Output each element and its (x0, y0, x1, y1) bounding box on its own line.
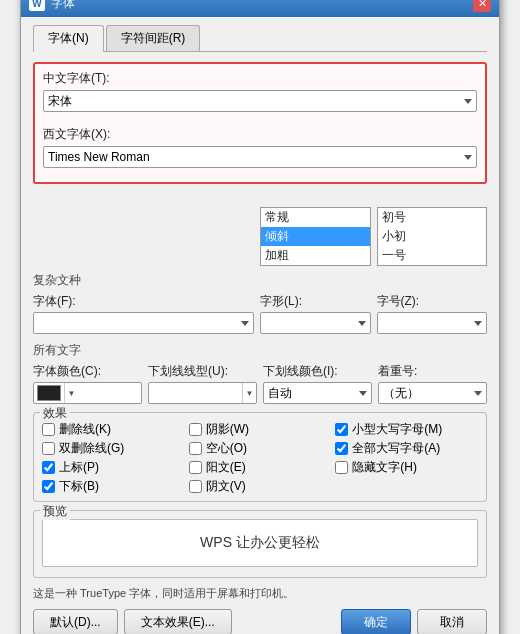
font-style-col: 复杂文种 常规 倾斜 加粗 (260, 188, 371, 266)
small-caps-label: 小型大写字母(M) (352, 421, 442, 438)
effect-engrave: 阴文(V) (189, 478, 332, 495)
effect-strikethrough: 删除线(K) (42, 421, 185, 438)
emphasis-label: 着重号: (378, 363, 487, 380)
double-strikethrough-label: 双删除线(G) (59, 440, 124, 457)
complex-size-col: 字号(Z): (377, 293, 488, 334)
chinese-font-select[interactable]: 宋体 (43, 90, 477, 112)
all-text-label: 所有文字 (33, 342, 487, 359)
hidden-label: 隐藏文字(H) (352, 459, 417, 476)
hollow-checkbox[interactable] (189, 442, 202, 455)
ok-button[interactable]: 确定 (341, 609, 411, 634)
font-style-listbox[interactable]: 常规 倾斜 加粗 (260, 207, 371, 266)
chinese-font-section: 中文字体(T): 宋体 (43, 70, 477, 112)
font-dialog: W 字体 ✕ 字体(N) 字符间距(R) 中文字体(T): 宋体 西文字体(X)… (20, 0, 500, 634)
all-caps-checkbox[interactable] (335, 442, 348, 455)
complex-font-col: 字体(F): (33, 293, 254, 334)
effects-title: 效果 (40, 405, 70, 422)
western-font-select[interactable]: Times New Roman (43, 146, 477, 168)
size-item-yi[interactable]: 一号 (378, 246, 487, 265)
effects-section: 效果 删除线(K) 阴影(W) 小型大写字母(M) 双删除线(G) (33, 412, 487, 502)
complex-script-label: 复杂文种 (33, 272, 487, 289)
complex-style-select[interactable] (260, 312, 371, 334)
complex-size-label: 字号(Z): (377, 293, 488, 310)
close-button[interactable]: ✕ (473, 0, 491, 12)
complex-size-select[interactable] (377, 312, 488, 334)
font-size-col: 字号(S): 初号 小初 一号 (377, 188, 488, 266)
preview-text: WPS 让办公更轻松 (200, 534, 320, 552)
style-item-normal[interactable]: 常规 (261, 208, 370, 227)
complex-font-label: 字体(F): (33, 293, 254, 310)
all-text-row: 字体颜色(C): ▼ 下划线线型(U): ▼ 下划线颜色(I): (33, 363, 487, 404)
effect-double-strikethrough: 双删除线(G) (42, 440, 185, 457)
superscript-label: 上标(P) (59, 459, 99, 476)
font-color-swatch (37, 385, 61, 401)
small-caps-checkbox[interactable] (335, 423, 348, 436)
font-style-size-row: 复杂文种 常规 倾斜 加粗 字号(S): 初号 小初 一号 (33, 188, 487, 266)
preview-box: WPS 让办公更轻松 (42, 519, 478, 567)
font-color-label: 字体颜色(C): (33, 363, 142, 380)
western-font-section: 西文字体(X): Times New Roman (43, 126, 477, 168)
hint-text: 这是一种 TrueType 字体，同时适用于屏幕和打印机。 (33, 586, 487, 601)
double-strikethrough-checkbox[interactable] (42, 442, 55, 455)
font-name-col (33, 188, 254, 266)
underline-type-dropdown[interactable]: ▼ (148, 382, 257, 404)
underline-color-select[interactable]: 自动 (263, 382, 372, 404)
preview-section: 预览 WPS 让办公更轻松 (33, 510, 487, 578)
cancel-button[interactable]: 取消 (417, 609, 487, 634)
chinese-font-label: 中文字体(T): (43, 70, 477, 87)
font-highlighted-section: 中文字体(T): 宋体 西文字体(X): Times New Roman (33, 62, 487, 184)
hollow-label: 空心(O) (206, 440, 247, 457)
subscript-label: 下标(B) (59, 478, 99, 495)
emboss-checkbox[interactable] (189, 461, 202, 474)
all-caps-label: 全部大写字母(A) (352, 440, 440, 457)
dialog-body: 字体(N) 字符间距(R) 中文字体(T): 宋体 西文字体(X): Times… (21, 17, 499, 634)
engrave-label: 阴文(V) (206, 478, 246, 495)
western-font-label: 西文字体(X): (43, 126, 477, 143)
underline-color-col: 下划线颜色(I): 自动 (263, 363, 372, 404)
title-bar-left: W 字体 (29, 0, 75, 12)
style-item-italic[interactable]: 倾斜 (261, 227, 370, 246)
font-size-listbox[interactable]: 初号 小初 一号 (377, 207, 488, 266)
dialog-title: 字体 (51, 0, 75, 12)
hidden-checkbox[interactable] (335, 461, 348, 474)
title-bar: W 字体 ✕ (21, 0, 499, 17)
underline-type-label: 下划线线型(U): (148, 363, 257, 380)
default-button[interactable]: 默认(D)... (33, 609, 118, 634)
font-color-arrow: ▼ (64, 383, 78, 403)
effect-shadow: 阴影(W) (189, 421, 332, 438)
effects-grid: 删除线(K) 阴影(W) 小型大写字母(M) 双删除线(G) 空心(O) (42, 421, 478, 495)
all-text-section: 所有文字 字体颜色(C): ▼ 下划线线型(U): ▼ (33, 342, 487, 404)
effect-emboss: 阳文(E) (189, 459, 332, 476)
left-buttons: 默认(D)... 文本效果(E)... (33, 609, 232, 634)
preview-title: 预览 (40, 503, 70, 520)
font-color-col: 字体颜色(C): ▼ (33, 363, 142, 404)
effect-all-caps: 全部大写字母(A) (335, 440, 478, 457)
effect-hollow: 空心(O) (189, 440, 332, 457)
effect-subscript: 下标(B) (42, 478, 185, 495)
effect-hidden: 隐藏文字(H) (335, 459, 478, 476)
engrave-checkbox[interactable] (189, 480, 202, 493)
style-item-bold[interactable]: 加粗 (261, 246, 370, 265)
emphasis-col: 着重号: （无） (378, 363, 487, 404)
tab-spacing[interactable]: 字符间距(R) (106, 25, 201, 51)
superscript-checkbox[interactable] (42, 461, 55, 474)
underline-color-label: 下划线颜色(I): (263, 363, 372, 380)
emboss-label: 阳文(E) (206, 459, 246, 476)
app-icon: W (29, 0, 45, 11)
tab-font[interactable]: 字体(N) (33, 25, 104, 52)
strikethrough-checkbox[interactable] (42, 423, 55, 436)
emphasis-select[interactable]: （无） (378, 382, 487, 404)
tab-bar: 字体(N) 字符间距(R) (33, 25, 487, 52)
complex-style-col: 字形(L): (260, 293, 371, 334)
bottom-buttons: 默认(D)... 文本效果(E)... 确定 取消 (33, 609, 487, 634)
size-item-chu[interactable]: 初号 (378, 208, 487, 227)
underline-type-arrow: ▼ (242, 383, 256, 403)
subscript-checkbox[interactable] (42, 480, 55, 493)
shadow-checkbox[interactable] (189, 423, 202, 436)
text-effect-button[interactable]: 文本效果(E)... (124, 609, 232, 634)
complex-font-select[interactable] (33, 312, 254, 334)
font-color-dropdown[interactable]: ▼ (33, 382, 142, 404)
size-item-xiaochu[interactable]: 小初 (378, 227, 487, 246)
effect-superscript: 上标(P) (42, 459, 185, 476)
complex-style-label: 字形(L): (260, 293, 371, 310)
